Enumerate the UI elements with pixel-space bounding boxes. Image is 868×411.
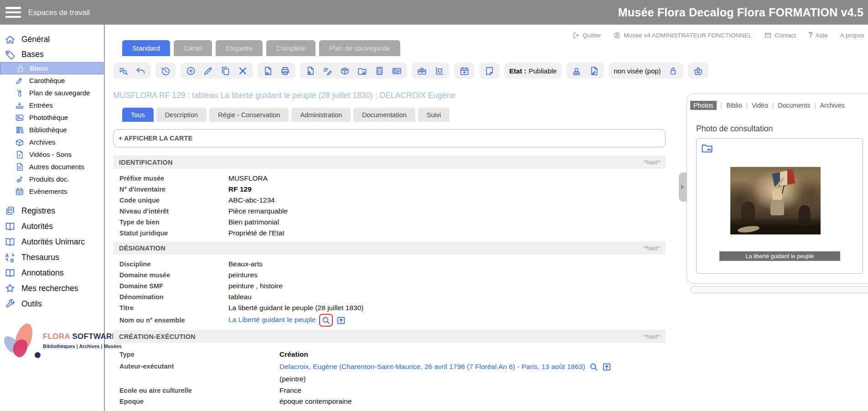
sidebar-item-thesaurus[interactable]: Thesaurus <box>0 250 104 265</box>
view-tab-complete[interactable]: Complète <box>266 40 315 56</box>
pencil-icon <box>203 66 213 76</box>
view-tab-cartel[interactable]: Cartel <box>174 40 212 56</box>
lock-button[interactable] <box>668 66 678 76</box>
panel-tab-photos[interactable]: Photos <box>690 101 717 110</box>
tab-description[interactable]: Description <box>156 108 207 122</box>
visa-chip[interactable]: non visée (pop) <box>609 62 683 79</box>
duplicate-record-button[interactable] <box>220 66 231 76</box>
folder-photo-button[interactable] <box>701 142 713 155</box>
menu-icon[interactable] <box>5 7 21 18</box>
aide-button[interactable]: ? Aide <box>808 31 828 39</box>
field-row: TitreLa liberté guidant le peuple (28 ju… <box>119 302 666 313</box>
panel-tab-biblio[interactable]: Biblio <box>726 102 742 109</box>
sidebar-item-autorites[interactable]: Autorités <box>0 219 104 234</box>
document-icon <box>15 162 24 172</box>
open-author-button[interactable] <box>602 362 612 372</box>
media-panel-tabs: Photos | Biblio | Vidéo | Documents | Ar… <box>690 101 844 110</box>
open-record-icon <box>602 362 612 372</box>
contact-button[interactable]: Contact <box>764 31 796 39</box>
field-row: Niveau d'intérêtPièce remarquable <box>119 206 666 217</box>
sign-document-button[interactable] <box>589 66 599 76</box>
field-row: Auteur-exécutant Delacroix, Eugène (Char… <box>119 360 666 385</box>
photo-caption: La liberté guidant le peuple <box>719 251 840 261</box>
document-attach-icon <box>305 66 315 76</box>
add-record-button[interactable] <box>186 66 196 76</box>
copy-icon <box>220 66 231 76</box>
sidebar-item-evenements[interactable]: Evènements <box>0 185 104 198</box>
history-icon <box>160 66 171 76</box>
back-to-top-link[interactable]: ^haut^ <box>644 245 660 251</box>
id-card-button[interactable] <box>392 66 402 76</box>
calculator-button[interactable] <box>374 66 385 76</box>
author-link[interactable]: Delacroix, Eugène (Charenton-Saint-Mauri… <box>279 363 585 371</box>
edit-list-button[interactable] <box>322 66 333 76</box>
back-to-top-link[interactable]: ^haut^ <box>644 159 660 166</box>
attach-document-button[interactable] <box>305 66 315 76</box>
sidebar-item-carotheque[interactable]: Carothèque <box>0 74 104 87</box>
apropos-button[interactable]: A propos <box>840 32 864 39</box>
tab-documentation[interactable]: Documentation <box>353 108 415 122</box>
view-tab-etiquette[interactable]: Etiquette <box>216 40 263 56</box>
record-title: MUSFLORA RF 129 : tableau La liberté gui… <box>113 91 666 100</box>
workspaces-label[interactable]: Espaces de travail <box>28 8 90 17</box>
document-export-icon <box>263 66 273 76</box>
sidebar-item-videos-sons[interactable]: Vidéos - Sons <box>0 148 104 161</box>
movement-button[interactable] <box>434 66 444 76</box>
sidebar-item-bases[interactable]: Bases <box>0 47 104 62</box>
print-button[interactable] <box>280 66 290 76</box>
sidebar-item-phototheque[interactable]: Photothèque <box>0 111 104 124</box>
tab-suivi[interactable]: Suivi <box>418 108 450 122</box>
note-button[interactable] <box>484 66 495 76</box>
sidebar-item-mes-recherches[interactable]: Mes recherches <box>0 281 104 296</box>
panel-tab-archives[interactable]: Archives <box>820 102 845 109</box>
sidebar-item-registres[interactable]: Registres <box>0 203 104 219</box>
back-button[interactable] <box>135 66 146 76</box>
sidebar-item-entrees[interactable]: Entrées <box>0 99 104 111</box>
basket-button[interactable] <box>693 66 703 76</box>
panel-tab-documents[interactable]: Documents <box>778 102 810 109</box>
stamp-button[interactable] <box>571 66 582 76</box>
toolbox-button[interactable] <box>417 66 427 76</box>
edit-record-button[interactable] <box>203 66 213 76</box>
search-ensemble-button[interactable] <box>321 315 331 325</box>
sidebar-item-bibliotheque[interactable]: Bibliothèque <box>0 124 104 136</box>
view-tab-standard[interactable]: Standard <box>122 40 170 56</box>
view-tab-plan-de-sauvegarde[interactable]: Plan de sauvegarde <box>319 40 400 56</box>
artwork-thumbnail[interactable] <box>730 167 821 234</box>
record-list-button[interactable] <box>118 66 129 76</box>
add-event-button[interactable] <box>459 66 470 76</box>
search-author-button[interactable] <box>589 362 599 372</box>
sidebar-item-biens[interactable]: Biens <box>0 62 103 74</box>
question-mark-icon: ? <box>808 31 813 39</box>
etat-value: Publiable <box>529 67 557 75</box>
ensemble-link[interactable]: La Liberté guidant le peuple <box>228 316 315 323</box>
photo-consultation-heading: Photo de consultation <box>696 124 773 134</box>
sidebar-item-plan-de-sauvegarde[interactable]: Plan de sauvegarde <box>0 87 104 99</box>
sidebar-item-produits-doc[interactable]: Produits doc. <box>0 173 104 185</box>
export-document-button[interactable] <box>263 66 273 76</box>
sidebar-item-autres-documents[interactable]: Autres documents <box>0 161 104 173</box>
sidebar-item-annotations[interactable]: Annotations <box>0 265 104 281</box>
tab-tous[interactable]: Tous <box>122 108 154 122</box>
panel-collapse-handle[interactable] <box>679 172 687 202</box>
history-button[interactable] <box>160 66 171 76</box>
panel-tab-video[interactable]: Vidéo <box>752 102 768 109</box>
sidebar-item-archives[interactable]: Archives <box>0 136 104 148</box>
field-row: Epoqueépoque contemporaine <box>119 396 666 407</box>
tab-regie-conservation[interactable]: Régie - Conservation <box>209 108 289 122</box>
sidebar-item-general[interactable]: Général <box>0 32 104 47</box>
record-tabs: Tous Description Régie - Conservation Ad… <box>122 108 666 122</box>
show-map-toggle[interactable]: + AFFICHER LA CARTE <box>113 129 666 147</box>
sidebar-item-outils[interactable]: Outils <box>0 296 104 312</box>
tab-administration[interactable]: Administration <box>291 108 351 122</box>
books-icon <box>15 125 24 135</box>
sidebar: Général Bases Biens Carothèque Plan de s… <box>0 25 105 411</box>
delete-record-button[interactable] <box>238 66 248 76</box>
open-ensemble-button[interactable] <box>336 315 346 325</box>
sidebar-item-autorites-unimarc[interactable]: Autorités Unimarc <box>0 234 104 250</box>
package-button[interactable] <box>340 66 350 76</box>
folder-bookmark-button[interactable] <box>357 66 367 76</box>
package-icon <box>340 66 350 76</box>
back-to-top-link[interactable]: ^haut^ <box>644 333 660 340</box>
section-title: IDENTIFICATION <box>119 159 173 166</box>
